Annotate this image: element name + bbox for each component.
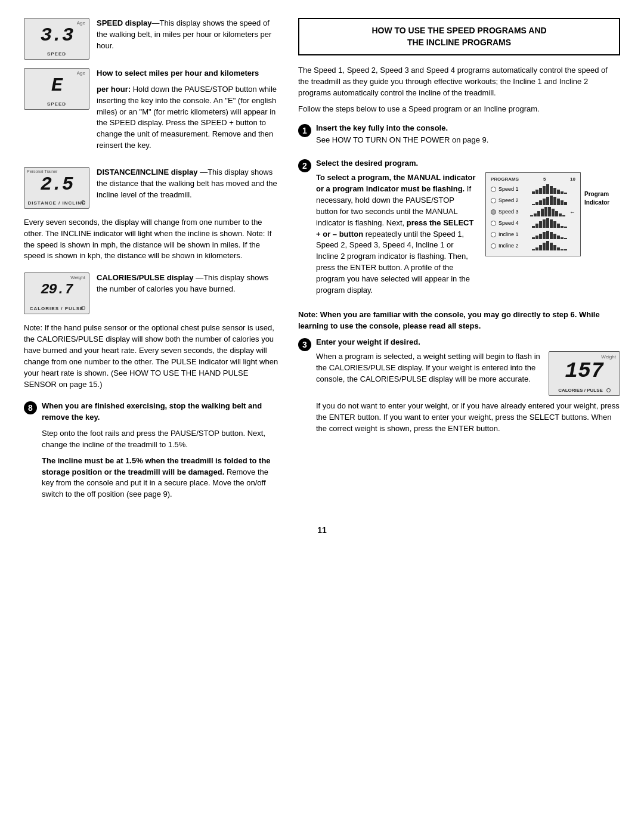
- prog-bars-speed1: [532, 184, 567, 194]
- distance-display-text: DISTANCE/INCLINE display —This display s…: [97, 167, 280, 206]
- step-3-weight-display: Weight 157 CALORIES / PULSE: [549, 351, 620, 396]
- step-3-lcd-label: CALORIES / PULSE: [558, 388, 603, 393]
- step-1-text: See HOW TO TURN ON THE POWER on page 9.: [316, 135, 620, 146]
- prog-bar: [544, 207, 547, 216]
- distance-lcd-display: Personal Trainer 2.5 DISTANCE / INCLINE: [24, 167, 89, 209]
- prog-bar: [543, 186, 546, 194]
- step-2-number: 2: [298, 159, 311, 172]
- prog-row-speed1: Speed 1: [491, 184, 575, 194]
- miles-section: Age E SPEED How to select miles per hour…: [24, 68, 280, 156]
- calories-weight-label: Weight: [70, 275, 85, 280]
- miles-lcd-label: SPEED: [24, 101, 89, 107]
- prog-bar: [550, 196, 553, 205]
- prog-label-incline2: Incline 2: [499, 243, 530, 249]
- left-column: Age 3.3 SPEED SPEED display—This display…: [24, 18, 280, 513]
- prog-bar: [539, 234, 542, 239]
- prog-row-speed4: Speed 4: [491, 218, 575, 228]
- step-2-heading: Select the desired program.: [316, 159, 620, 168]
- step-note-bold: Note: When you are familiar with the con…: [298, 309, 620, 332]
- prog-bar: [535, 202, 538, 205]
- prog-bar: [552, 209, 555, 216]
- miles-lcd-value: E: [51, 75, 62, 97]
- prog-bars-speed4: [532, 218, 567, 228]
- speed-lcd-label: SPEED: [24, 51, 89, 57]
- miles-age-label: Age: [77, 70, 85, 76]
- step-3-text2: If you do not want to enter your weight,…: [316, 401, 620, 435]
- program-indicator-section: To select a program, the MANUAL indicato…: [316, 172, 620, 301]
- prog-bar: [553, 221, 556, 228]
- program-indicator-graphic: PROGRAMS 5 10 Speed 1: [485, 172, 620, 256]
- prog-bar: [532, 204, 535, 205]
- speed-display-text: SPEED display—This display shows the spe…: [97, 18, 280, 57]
- miles-heading: How to select miles per hour and kilomet…: [97, 69, 259, 78]
- step-2-text-wrap: To select a program, the MANUAL indicato…: [316, 172, 477, 301]
- prog-bar: [553, 234, 556, 239]
- prog-header-left: PROGRAMS: [491, 176, 519, 182]
- prog-bar: [562, 215, 565, 216]
- distance-lcd-value: 2.5: [41, 174, 73, 196]
- prog-bar: [535, 236, 538, 239]
- program-indicator-label: ProgramIndicator: [584, 190, 620, 207]
- calories-heading-suffix: display: [167, 273, 194, 282]
- prog-bar: [564, 193, 567, 194]
- prog-bar: [541, 209, 544, 216]
- prog-bar: [555, 211, 558, 216]
- prog-bar: [557, 236, 560, 239]
- step-1-number: 1: [298, 124, 311, 137]
- distance-note: Every seven seconds, the display will ch…: [24, 217, 280, 262]
- how-to-box: HOW TO USE THE SPEED PROGRAMS AND THE IN…: [298, 18, 620, 55]
- prog-bar: [546, 241, 549, 250]
- step-3-lcd-bottom: CALORIES / PULSE: [549, 388, 620, 393]
- step-3-lcd-value: 157: [565, 359, 604, 383]
- prog-bar: [564, 238, 567, 239]
- prog-label-speed3: Speed 3: [499, 209, 528, 215]
- step-2-bold1: To select a program, the MANUAL indicato…: [316, 173, 476, 193]
- prog-bar: [535, 224, 538, 228]
- step-2-text2: repeatedly until the Speed 1, Speed 2, S…: [316, 230, 470, 295]
- speed-lcd-display: Age 3.3 SPEED: [24, 18, 89, 60]
- prog-bar: [548, 207, 551, 216]
- calories-section: Weight 29.7 CALORIES / PULSE CALORIES/PU…: [24, 272, 280, 390]
- miles-lcd-display: Age E SPEED: [24, 68, 89, 110]
- prog-bar: [550, 232, 553, 239]
- speed-display-section: Age 3.3 SPEED SPEED display—This display…: [24, 18, 280, 60]
- prog-bar: [553, 245, 556, 250]
- prog-row-incline1: Incline 1: [491, 230, 575, 239]
- prog-header: PROGRAMS 5 10: [491, 176, 575, 182]
- prog-bar: [532, 249, 535, 250]
- prog-bar: [561, 249, 564, 250]
- distance-section: Personal Trainer 2.5 DISTANCE / INCLINE …: [24, 167, 280, 262]
- prog-bars-speed3: [530, 207, 565, 216]
- right-column: HOW TO USE THE SPEED PROGRAMS AND THE IN…: [298, 18, 620, 513]
- how-to-heading: HOW TO USE THE SPEED PROGRAMS AND THE IN…: [308, 25, 611, 48]
- step-3-content: Enter your weight if desired. When a pro…: [316, 337, 620, 439]
- calories-lcd-label: CALORIES / PULSE: [24, 306, 89, 311]
- prog-bar: [564, 249, 567, 250]
- prog-bar: [550, 243, 553, 250]
- prog-bars-incline1: [532, 230, 567, 239]
- prog-bar: [557, 190, 560, 194]
- miles-text1: per hour:: [97, 85, 131, 94]
- prog-bar: [532, 226, 535, 228]
- step-2-content: Select the desired program. To select a …: [316, 159, 620, 301]
- prog-bar: [543, 243, 546, 250]
- prog-radio-speed3: [491, 209, 496, 215]
- prog-bar: [537, 211, 540, 216]
- prog-row-speed2: Speed 2: [491, 196, 575, 205]
- speed-display-heading: SPEED display: [97, 18, 151, 27]
- distance-lcd-label: DISTANCE / INCLINE: [24, 200, 89, 206]
- prog-bar: [546, 184, 549, 194]
- prog-bar: [553, 188, 556, 194]
- prog-bar: [559, 213, 562, 216]
- step-3-dot: [606, 388, 611, 392]
- prog-bar: [543, 219, 546, 228]
- prog-bar: [530, 215, 533, 216]
- calories-note: Note: If the hand pulse sensor or the op…: [24, 323, 280, 390]
- prog-bar: [532, 191, 535, 194]
- prog-bar: [539, 221, 542, 228]
- prog-bar: [553, 197, 556, 205]
- step-8-text: Step onto the foot rails and press the P…: [42, 428, 280, 451]
- prog-label-incline1: Incline 1: [499, 231, 530, 237]
- step-3-number: 3: [298, 338, 311, 351]
- step-8-block: 8 When you are finished exercising, stop…: [24, 401, 280, 505]
